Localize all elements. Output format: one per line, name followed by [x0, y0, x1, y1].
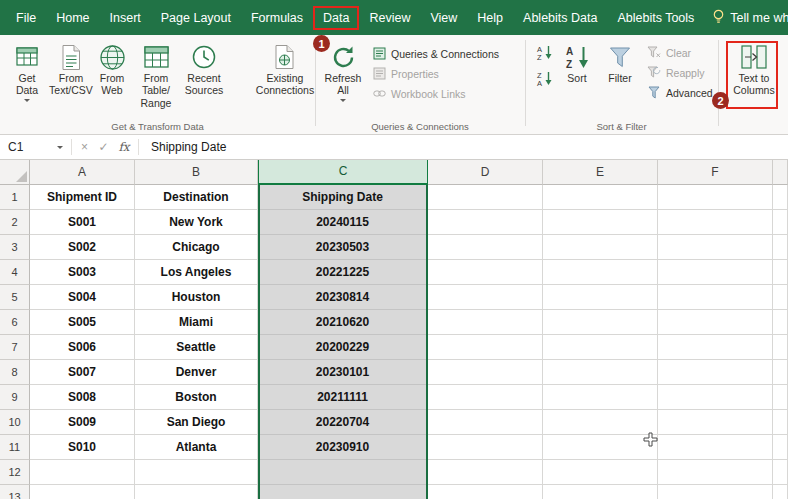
- cell-E1[interactable]: [543, 185, 658, 210]
- cancel-icon[interactable]: ×: [75, 140, 94, 154]
- cell-G3[interactable]: [773, 235, 788, 260]
- cell-A6[interactable]: S005: [30, 310, 135, 335]
- cell-B2[interactable]: New York: [135, 210, 258, 235]
- tab-page-layout[interactable]: Page Layout: [151, 6, 241, 30]
- cell-E6[interactable]: [543, 310, 658, 335]
- cell-A12[interactable]: [30, 460, 135, 485]
- row-header-5[interactable]: 5: [0, 285, 30, 310]
- properties-button[interactable]: Properties: [373, 64, 499, 84]
- tab-ablebits-data[interactable]: Ablebits Data: [513, 6, 607, 30]
- workbook-links-button[interactable]: Workbook Links: [373, 84, 499, 104]
- cell-B8[interactable]: Denver: [135, 360, 258, 385]
- name-box-caret-icon[interactable]: [52, 146, 68, 149]
- cell-C12[interactable]: [258, 460, 428, 485]
- clear-filter-button[interactable]: Clear: [647, 43, 713, 63]
- cell-E3[interactable]: [543, 235, 658, 260]
- enter-icon[interactable]: ✓: [94, 140, 113, 154]
- cell-B1[interactable]: Destination: [135, 185, 258, 210]
- cell-D6[interactable]: [428, 310, 543, 335]
- tab-ablebits-tools[interactable]: Ablebits Tools: [607, 6, 704, 30]
- row-header-10[interactable]: 10: [0, 410, 30, 435]
- cell-A2[interactable]: S001: [30, 210, 135, 235]
- cell-A11[interactable]: S010: [30, 435, 135, 460]
- cell-C5[interactable]: 20230814: [258, 285, 428, 310]
- advanced-filter-button[interactable]: Advanced: [647, 83, 713, 103]
- cell-F1[interactable]: [658, 185, 773, 210]
- cell-A8[interactable]: S007: [30, 360, 135, 385]
- reapply-filter-button[interactable]: Reapply: [647, 63, 713, 83]
- cell-E5[interactable]: [543, 285, 658, 310]
- tell-me-search[interactable]: Tell me what y: [704, 4, 788, 32]
- cell-E2[interactable]: [543, 210, 658, 235]
- cell-G11[interactable]: [773, 435, 788, 460]
- cell-F7[interactable]: [658, 335, 773, 360]
- tab-review[interactable]: Review: [359, 6, 420, 30]
- cell-D12[interactable]: [428, 460, 543, 485]
- cell-E7[interactable]: [543, 335, 658, 360]
- cell-G2[interactable]: [773, 210, 788, 235]
- cell-F6[interactable]: [658, 310, 773, 335]
- cell-G12[interactable]: [773, 460, 788, 485]
- sort-button[interactable]: AZ Sort: [559, 35, 595, 84]
- filter-button[interactable]: Filter: [599, 35, 641, 84]
- from-table-range-button[interactable]: From Table/ Range: [130, 35, 182, 109]
- column-header-B[interactable]: B: [135, 160, 258, 185]
- cell-G8[interactable]: [773, 360, 788, 385]
- cell-G9[interactable]: [773, 385, 788, 410]
- cell-B5[interactable]: Houston: [135, 285, 258, 310]
- cell-A5[interactable]: S004: [30, 285, 135, 310]
- sort-descending-button[interactable]: ZA: [533, 67, 556, 90]
- cell-D2[interactable]: [428, 210, 543, 235]
- select-all-corner[interactable]: [0, 160, 30, 185]
- tab-home[interactable]: Home: [46, 6, 99, 30]
- cell-G4[interactable]: [773, 260, 788, 285]
- refresh-all-button[interactable]: Refresh All: [320, 35, 366, 102]
- row-header-6[interactable]: 6: [0, 310, 30, 335]
- insert-function-icon[interactable]: fx: [113, 140, 135, 154]
- from-text-csv-button[interactable]: From Text/CSV: [48, 35, 94, 97]
- row-header-12[interactable]: 12: [0, 460, 30, 485]
- cell-C4[interactable]: 20221225: [258, 260, 428, 285]
- column-header-E[interactable]: E: [543, 160, 658, 185]
- name-box[interactable]: C1: [0, 140, 52, 154]
- cell-D9[interactable]: [428, 385, 543, 410]
- cell-C10[interactable]: 20220704: [258, 410, 428, 435]
- cell-E4[interactable]: [543, 260, 658, 285]
- tab-insert[interactable]: Insert: [100, 6, 151, 30]
- tab-view[interactable]: View: [420, 6, 467, 30]
- cell-D11[interactable]: [428, 435, 543, 460]
- row-header-9[interactable]: 9: [0, 385, 30, 410]
- from-web-button[interactable]: From Web: [94, 35, 130, 97]
- cell-A10[interactable]: S009: [30, 410, 135, 435]
- cell-B7[interactable]: Seattle: [135, 335, 258, 360]
- cell-C1[interactable]: Shipping Date: [258, 185, 428, 210]
- cell-G13[interactable]: [773, 485, 788, 499]
- cell-B10[interactable]: San Diego: [135, 410, 258, 435]
- cell-A1[interactable]: Shipment ID: [30, 185, 135, 210]
- cell-C9[interactable]: 20211111: [258, 385, 428, 410]
- recent-sources-button[interactable]: Recent Sources: [182, 35, 226, 97]
- cell-F12[interactable]: [658, 460, 773, 485]
- cell-D8[interactable]: [428, 360, 543, 385]
- cell-B11[interactable]: Atlanta: [135, 435, 258, 460]
- cell-G6[interactable]: [773, 310, 788, 335]
- get-data-button[interactable]: Get Data: [6, 35, 48, 102]
- row-header-13[interactable]: 13: [0, 485, 30, 499]
- text-to-columns-button[interactable]: Text to Columns: [726, 35, 782, 97]
- cell-F8[interactable]: [658, 360, 773, 385]
- cell-D13[interactable]: [428, 485, 543, 499]
- cell-C3[interactable]: 20230503: [258, 235, 428, 260]
- column-header-F[interactable]: F: [658, 160, 773, 185]
- cell-D4[interactable]: [428, 260, 543, 285]
- cell-E8[interactable]: [543, 360, 658, 385]
- tab-file[interactable]: File: [0, 6, 46, 30]
- row-header-11[interactable]: 11: [0, 435, 30, 460]
- cell-A9[interactable]: S008: [30, 385, 135, 410]
- cell-C2[interactable]: 20240115: [258, 210, 428, 235]
- cell-G5[interactable]: [773, 285, 788, 310]
- cell-G10[interactable]: [773, 410, 788, 435]
- cell-F3[interactable]: [658, 235, 773, 260]
- cell-D3[interactable]: [428, 235, 543, 260]
- cell-B13[interactable]: [135, 485, 258, 499]
- cell-E10[interactable]: [543, 410, 658, 435]
